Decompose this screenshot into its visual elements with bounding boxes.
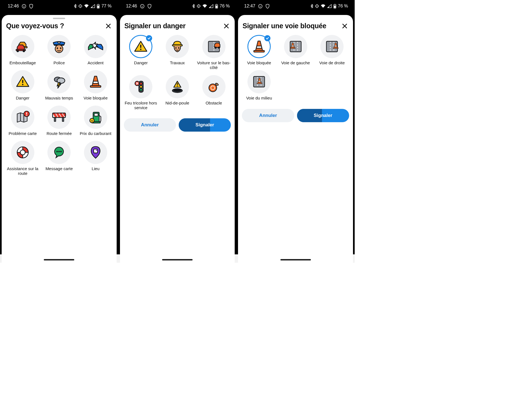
item-traffic[interactable]: Embouteillage [5, 35, 40, 65]
item-pothole[interactable]: Nid-de-poule [160, 75, 195, 110]
selected-badge [146, 35, 152, 41]
waze-status-icon [22, 4, 26, 9]
nav-bar[interactable] [162, 259, 193, 260]
item-label: Voie bloquée [247, 60, 271, 65]
svg-point-59 [140, 82, 142, 85]
item-obstacle[interactable]: Obstacle [196, 75, 232, 110]
selected-badge [264, 35, 270, 41]
item-assist[interactable]: Assistance sur la route [5, 141, 40, 176]
item-closed[interactable]: Route fermée [42, 106, 77, 136]
svg-point-0 [22, 4, 26, 8]
item-danger[interactable]: Danger [123, 35, 159, 70]
svg-point-2 [24, 6, 25, 6]
svg-point-54 [178, 47, 179, 49]
report-sheet: Signaler un danger Danger Travaux Voitur… [120, 15, 235, 263]
svg-rect-21 [90, 86, 101, 87]
item-police[interactable]: Police [42, 35, 77, 65]
item-label: Prix du carburant [80, 131, 111, 136]
button-row: Annuler Signaler [123, 118, 232, 132]
item-lane-blocked[interactable]: Voie bloquée [241, 35, 277, 65]
wifi-icon [321, 4, 326, 8]
svg-point-38 [58, 151, 60, 152]
svg-point-39 [60, 151, 62, 152]
item-fuel[interactable]: $Prix du carburant [78, 106, 113, 136]
drag-handle[interactable] [53, 18, 65, 19]
item-label: Message carte [45, 166, 73, 171]
svg-rect-28 [62, 117, 64, 121]
cancel-button[interactable]: Annuler [242, 109, 294, 122]
svg-point-51 [140, 49, 142, 50]
svg-point-15 [57, 47, 58, 49]
item-label: Danger [16, 96, 29, 100]
shoulder-icon [207, 40, 221, 53]
report-button[interactable]: Signaler [179, 118, 231, 132]
sheet-title: Signaler une voie bloquée [242, 22, 326, 30]
report-button-label: Signaler [314, 113, 332, 118]
item-danger[interactable]: Danger [5, 70, 40, 100]
item-label: Nid-de-poule [165, 101, 189, 105]
battery-icon [215, 4, 218, 9]
close-button[interactable] [104, 22, 112, 30]
item-weather[interactable]: Mauvais temps [42, 70, 77, 100]
chat-icon [53, 146, 65, 159]
svg-rect-30 [94, 113, 98, 116]
item-lane-right[interactable]: Voie de droite [314, 35, 350, 65]
item-label: Mauvais temps [45, 96, 73, 100]
svg-rect-76 [334, 5, 336, 8]
item-msg[interactable]: Message carte [42, 141, 77, 176]
svg-rect-75 [334, 4, 335, 4]
item-light[interactable]: Feu tricolore hors service [123, 75, 159, 110]
item-lane-left[interactable]: Voie de gauche [278, 35, 313, 65]
close-button[interactable] [341, 22, 349, 30]
status-bar: 12:46 76 % [118, 0, 237, 12]
lane-left-icon [288, 40, 303, 53]
svg-rect-23 [26, 112, 27, 114]
cone-icon [253, 40, 265, 53]
status-battery: 76 % [220, 4, 230, 9]
item-roadwork[interactable]: Travaux [160, 35, 195, 70]
report-sheet: Que voyez-vous ? Embouteillage Police Ac… [2, 15, 117, 263]
svg-point-71 [261, 6, 261, 6]
signal-icon [91, 4, 95, 8]
signal-icon [327, 4, 332, 8]
obstacle-icon [208, 81, 220, 93]
shield-status-icon [265, 4, 270, 9]
danger-icon [134, 40, 148, 53]
item-lane[interactable]: Voie bloquée [78, 70, 113, 100]
pothole-icon [170, 80, 184, 93]
location-icon [315, 4, 319, 8]
item-lane-middle[interactable]: Voie du milieu [241, 70, 277, 100]
item-maperr[interactable]: Problème carte [5, 106, 40, 136]
svg-point-16 [60, 47, 61, 49]
check-icon [147, 36, 151, 40]
svg-rect-50 [140, 45, 141, 48]
svg-rect-40 [94, 149, 98, 153]
danger-icon [16, 75, 30, 88]
item-label: Voie du milieu [246, 96, 272, 100]
report-grid: Danger Travaux Voiture sur le bas-côté F… [123, 34, 232, 111]
item-accident[interactable]: Accident [78, 35, 113, 65]
report-grid: Embouteillage Police Accident Danger Mau… [5, 34, 113, 177]
nav-bar[interactable] [280, 259, 311, 260]
svg-point-66 [173, 89, 181, 91]
item-place[interactable]: Lieu [78, 141, 113, 176]
nav-bar[interactable] [44, 259, 74, 260]
close-icon [105, 23, 111, 29]
svg-point-41 [96, 150, 97, 151]
wifi-icon [202, 4, 207, 8]
cancel-button[interactable]: Annuler [124, 118, 176, 132]
svg-rect-7 [98, 5, 99, 8]
item-label: Voie bloquée [84, 96, 108, 100]
svg-point-53 [175, 47, 177, 49]
police-icon [52, 40, 66, 53]
button-row: Annuler Signaler [241, 109, 350, 122]
svg-point-4 [80, 6, 81, 7]
close-button[interactable] [222, 22, 230, 30]
svg-point-14 [55, 45, 63, 53]
fuel-icon: $ [89, 111, 103, 124]
svg-point-73 [316, 6, 317, 7]
report-button[interactable]: Signaler [297, 109, 349, 122]
item-shoulder[interactable]: Voiture sur le bas-côté [196, 35, 232, 70]
item-label: Feu tricolore hors service [123, 101, 159, 110]
map-error-icon [16, 111, 30, 124]
